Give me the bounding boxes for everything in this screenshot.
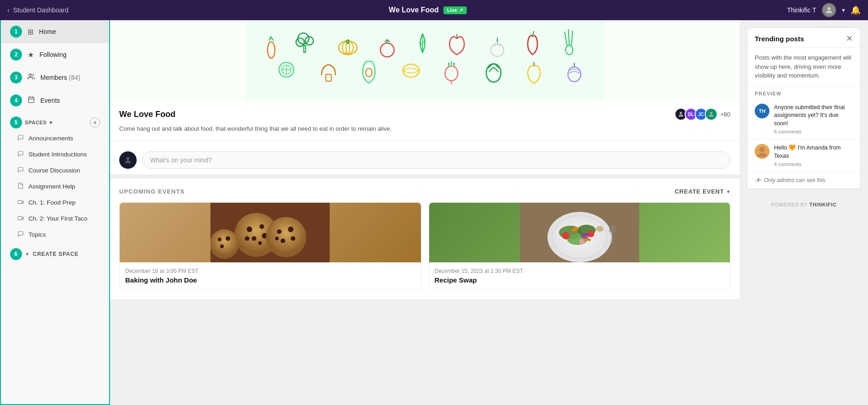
space-label-ch2: Ch. 2: Your First Taco: [28, 215, 88, 222]
nav-number-4: 4: [10, 94, 22, 106]
svg-rect-6: [18, 200, 22, 204]
nav-label-members: Members (84): [40, 74, 80, 81]
sidebar-item-home[interactable]: 1 ⊞ Home: [1, 20, 109, 43]
svg-rect-8: [246, 20, 604, 100]
event-info-1: December 16 at 3:00 PM EST Baking with J…: [120, 262, 421, 289]
community-header-name: We Love Food: [389, 6, 439, 14]
top-header: ‹ Student Dashboard We Love Food Live ↗ …: [0, 0, 868, 20]
space-label-ch1: Ch. 1: Food Prep: [28, 199, 76, 206]
thinkific-brand: THINKIFIC: [809, 202, 836, 207]
spaces-header: 5 SPACES ▾ +: [1, 112, 109, 130]
close-trending-button[interactable]: ✕: [846, 34, 853, 43]
event-card-1[interactable]: December 16 at 3:00 PM EST Baking with J…: [119, 202, 421, 290]
space-item-ch1-food-prep[interactable]: Ch. 1: Food Prep: [1, 194, 109, 211]
sidebar: 1 ⊞ Home 2 ★ Following 3 Members (84) 4 …: [0, 20, 110, 405]
dropdown-icon[interactable]: ▾: [842, 6, 845, 14]
svg-rect-76: [614, 226, 615, 233]
svg-point-0: [828, 7, 831, 10]
chat-icon-3: [17, 166, 24, 174]
svg-point-68: [562, 232, 569, 239]
space-label-course-discussion: Course Discussion: [28, 167, 80, 174]
chevron-down-icon: ▾: [50, 120, 53, 126]
current-user-avatar: [119, 151, 137, 169]
back-to-dashboard[interactable]: ‹ Student Dashboard: [7, 6, 68, 14]
trending-description: Posts with the most engagement will show…: [747, 48, 860, 86]
svg-point-46: [247, 227, 252, 232]
community-info: We Love Food DL JC +80 Come hang out and…: [110, 100, 740, 141]
add-space-button[interactable]: +: [90, 117, 100, 128]
video-icon-2: [17, 215, 24, 222]
nav-number-2: 2: [10, 49, 22, 61]
events-header: UPCOMING EVENTS CREATE EVENT +: [119, 188, 730, 195]
nav-label-events: Events: [40, 97, 60, 104]
svg-point-60: [226, 236, 230, 241]
create-event-button[interactable]: CREATE EVENT +: [675, 188, 731, 195]
svg-point-61: [220, 244, 224, 248]
space-item-assignment-help[interactable]: Assignment Help: [1, 178, 109, 194]
svg-point-56: [291, 236, 295, 241]
trending-post-1[interactable]: TH Anyone submitted their final assignme…: [747, 99, 860, 140]
nav-label-following: Following: [39, 51, 66, 58]
space-item-ch2-first-taco[interactable]: Ch. 2: Your First Taco: [1, 211, 109, 227]
nav-number-1: 1: [10, 26, 22, 38]
space-label-student-introductions: Student Introductions: [28, 151, 87, 158]
preview-label: PREVIEW: [747, 86, 860, 99]
community-name-row: We Love Food DL JC +80: [119, 108, 730, 121]
sidebar-item-members[interactable]: 3 Members (84): [1, 66, 109, 89]
event-card-2[interactable]: December 15, 2023 at 1:30 PM EST Recipe …: [429, 202, 731, 290]
create-space-button[interactable]: 6 + CREATE SPACE: [1, 243, 109, 266]
svg-rect-74: [612, 226, 613, 244]
spaces-label[interactable]: 5 SPACES ▾: [10, 117, 52, 128]
svg-rect-75: [609, 226, 610, 233]
space-item-student-introductions[interactable]: Student Introductions: [1, 146, 109, 162]
space-item-topics[interactable]: Topics: [1, 227, 109, 243]
svg-rect-2: [28, 97, 34, 103]
trending-post-text-2: Hello 🧡 I'm Amanda from Texas: [774, 144, 853, 160]
svg-point-47: [260, 224, 264, 229]
home-icon: ⊞: [28, 28, 33, 36]
svg-point-41: [680, 112, 682, 114]
svg-rect-7: [18, 216, 22, 220]
svg-point-78: [759, 147, 765, 152]
spaces-number-badge: 5: [10, 117, 22, 128]
document-icon: [17, 183, 24, 190]
user-avatar[interactable]: [822, 3, 836, 17]
community-banner: We Love Food DL JC +80 Come hang out and…: [110, 20, 740, 174]
event-image-salad: [429, 203, 730, 262]
svg-point-51: [258, 241, 262, 245]
svg-point-59: [218, 238, 221, 241]
admin-note: 👁 Only admins can see this: [747, 172, 860, 189]
trending-post-text-1: Anyone submitted their final assignments…: [774, 104, 853, 128]
post-input-field[interactable]: What's on your mind?: [142, 151, 730, 169]
admin-note-text: Only admins can see this: [764, 177, 825, 183]
events-title: UPCOMING EVENTS: [119, 188, 185, 195]
chevron-left-icon: ‹: [7, 6, 10, 14]
svg-point-53: [277, 229, 282, 234]
chat-icon: [17, 134, 24, 142]
header-right-area: Thinkific T ▾ 🔔: [787, 3, 861, 17]
space-item-announcements[interactable]: Announcements: [1, 130, 109, 146]
events-grid: December 16 at 3:00 PM EST Baking with J…: [119, 202, 730, 290]
powered-by: POWERED BY THINKIFIC: [740, 196, 868, 213]
space-label-topics: Topics: [28, 231, 46, 238]
calendar-icon: [28, 96, 35, 105]
right-panel: Trending posts ✕ Posts with the most eng…: [740, 20, 868, 405]
post-placeholder: What's on your mind?: [150, 156, 212, 164]
svg-point-54: [288, 227, 293, 232]
event-info-2: December 15, 2023 at 1:30 PM EST Recipe …: [429, 262, 730, 289]
community-name: We Love Food: [119, 110, 176, 119]
main-layout: 1 ⊞ Home 2 ★ Following 3 Members (84) 4 …: [0, 20, 868, 405]
notification-bell-icon[interactable]: 🔔: [851, 5, 861, 15]
svg-point-70: [579, 239, 585, 244]
trending-post-2[interactable]: Hello 🧡 I'm Amanda from Texas 4 comments: [747, 139, 860, 172]
trending-title: Trending posts: [755, 35, 804, 43]
sidebar-item-following[interactable]: 2 ★ Following: [1, 43, 109, 66]
sidebar-item-events[interactable]: 4 Events: [1, 89, 109, 112]
space-item-course-discussion[interactable]: Course Discussion: [1, 162, 109, 178]
trending-post-comments-2: 4 comments: [774, 161, 853, 167]
svg-point-43: [127, 157, 130, 160]
content-area: We Love Food DL JC +80 Come hang out and…: [110, 20, 740, 405]
avatar-4: [705, 108, 718, 121]
member-avatars: DL JC +80: [674, 108, 730, 121]
space-label-assignment-help: Assignment Help: [28, 183, 75, 190]
